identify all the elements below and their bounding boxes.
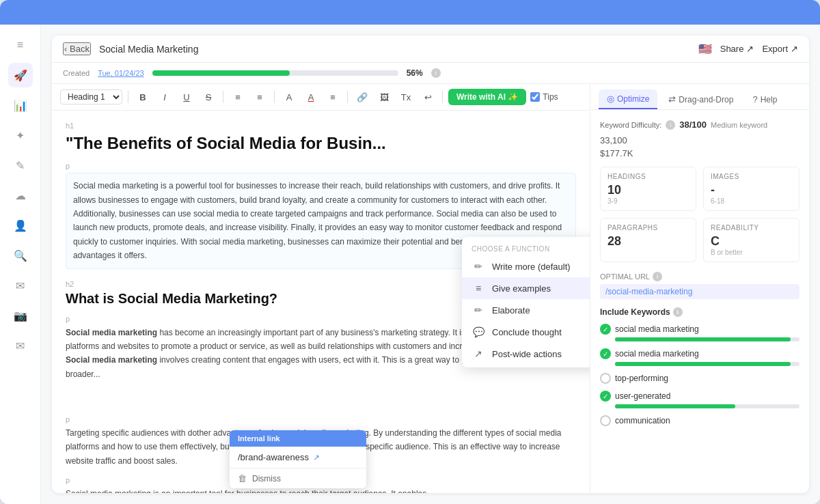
font-color-button[interactable]: A <box>280 88 298 106</box>
para2-bold: Social media marketing <box>66 328 157 337</box>
sidebar-icon-mail2[interactable]: ✉ <box>8 333 33 358</box>
sidebar-icon-image[interactable]: 📷 <box>8 303 33 328</box>
stat-headings-range: 3-9 <box>607 197 689 205</box>
toolbar-divider-3 <box>274 91 275 103</box>
right-panel: ◎ Optimize ⇄ Drag-and-Drop ? Help <box>590 84 809 493</box>
editor-card: ‹ Back Social Media Marketing 🇺🇸 Share ↗… <box>52 36 809 493</box>
ai-postwide[interactable]: ↗ Post-wide actions <box>462 343 590 365</box>
internal-link-url-text: /brand-awareness <box>238 452 309 462</box>
kw-check-2 <box>600 348 611 359</box>
italic-button[interactable]: I <box>156 88 174 106</box>
ai-dropdown-header: Choose a function <box>462 240 590 255</box>
conclude-icon: 💬 <box>472 326 485 337</box>
optimal-url-info-icon[interactable]: i <box>653 272 662 281</box>
ordered-list-button[interactable]: ≡ <box>229 88 247 106</box>
keyword-item-2: social media marketing <box>600 348 800 366</box>
unordered-list-button[interactable]: ≡ <box>251 88 269 106</box>
give-examples-label: Give examples <box>492 283 551 294</box>
sidebar-icon-cloud[interactable]: ☁ <box>8 183 33 208</box>
clear-format-button[interactable]: Tx <box>397 88 415 106</box>
back-button[interactable]: ‹ Back <box>63 42 91 55</box>
write-ai-button[interactable]: Write with AI ✨ <box>448 89 526 105</box>
document-heading[interactable]: "The Benefits of Social Media for Busin.… <box>66 132 576 154</box>
created-date[interactable]: Tue, 01/24/23 <box>98 69 144 77</box>
progress-bar <box>152 70 398 76</box>
stat-images-value: - <box>711 183 792 197</box>
sidebar-icon-edit[interactable]: ✎ <box>8 153 33 178</box>
progress-row: Created Tue, 01/24/23 56% i <box>52 63 809 84</box>
sidebar-icon-menu[interactable]: ≡ <box>8 33 33 57</box>
main-layout: ≡ 🚀 📊 ✦ ✎ ☁ 👤 🔍 ✉ 📷 ✉ ‹ Back Social M <box>0 25 820 504</box>
ai-function-dropdown: Choose a function ✏ Write more (default)… <box>462 237 590 367</box>
optimal-url-value: /social-media-marketing <box>600 284 800 299</box>
content-area: ‹ Back Social Media Marketing 🇺🇸 Share ↗… <box>41 25 820 504</box>
panel-content: Keyword Difficulty: i 38/100 Medium keyw… <box>590 110 809 493</box>
underline-button[interactable]: U <box>178 88 195 106</box>
kw-name-1: social media marketing <box>615 324 699 334</box>
kw-check-3 <box>600 373 611 384</box>
keyword-row-4: user-generated <box>600 391 800 402</box>
drag-drop-tab-icon: ⇄ <box>668 94 676 104</box>
dismiss-button[interactable]: 🗑 Dismiss <box>230 468 366 488</box>
sidebar-icon-user[interactable]: 👤 <box>8 213 33 238</box>
align-button[interactable]: ≡ <box>324 88 342 106</box>
export-label: Export <box>762 44 788 54</box>
sidebar-icon-chart[interactable]: 📊 <box>8 93 33 117</box>
stat-headings-value: 10 <box>607 183 689 197</box>
tab-help[interactable]: ? Help <box>744 90 785 109</box>
external-link-icon[interactable]: ↗ <box>313 453 320 462</box>
para3-text: Targeting specific audiences with d <box>66 428 192 438</box>
kw-bar-bg-4 <box>615 404 800 408</box>
stat-readability: READABILITY C B or better <box>703 218 800 262</box>
share-button[interactable]: Share ↗ <box>720 44 754 54</box>
kw-bar-fill-1 <box>615 337 791 341</box>
export-icon: ↗ <box>791 44 798 54</box>
strikethrough-button[interactable]: S <box>200 88 217 106</box>
tab-drag-and-drop[interactable]: ⇄ Drag-and-Drop <box>660 90 741 109</box>
toolbar: Heading 1 Heading 2 Paragraph B I U S ≡ <box>52 84 590 111</box>
sidebar-icon-rocket[interactable]: 🚀 <box>8 63 33 87</box>
ai-conclude[interactable]: 💬 Conclude thought <box>462 321 590 343</box>
kw-name-2: social media marketing <box>615 349 699 359</box>
kw-difficulty-row: Keyword Difficulty: i 38/100 Medium keyw… <box>600 120 800 130</box>
stat-headings-label: HEADINGS <box>607 173 689 180</box>
kw-check-1 <box>600 324 611 335</box>
stat-images: IMAGES - 6-18 <box>703 167 800 211</box>
font-bg-button[interactable]: A <box>302 88 320 106</box>
bold-button[interactable]: B <box>134 88 152 106</box>
toolbar-divider-5 <box>442 91 443 103</box>
include-kw-info-icon[interactable]: i <box>673 307 683 317</box>
sidebar-icon-search[interactable]: 🔍 <box>8 243 33 268</box>
kw-name-3: top-performing <box>615 374 668 383</box>
kw-bar-fill-2 <box>615 362 791 366</box>
keyword-row-5: communication <box>600 415 800 426</box>
kw-difficulty-info-icon[interactable]: i <box>666 120 675 130</box>
sidebar-icon-star[interactable]: ✦ <box>8 123 33 148</box>
kw-check-4 <box>600 391 611 402</box>
dismiss-label: Dismiss <box>252 474 281 484</box>
heading-select[interactable]: Heading 1 Heading 2 Paragraph <box>60 89 122 104</box>
h1-tag-label: h1 <box>66 122 576 130</box>
image-button[interactable]: 🖼 <box>375 88 393 106</box>
toolbar-divider-2 <box>223 91 223 103</box>
ai-write-more[interactable]: ✏ Write more (default) <box>462 255 590 277</box>
ai-elaborate[interactable]: ✏ Elaborate <box>462 299 590 321</box>
ai-give-examples[interactable]: ≡ Give examples <box>462 277 590 299</box>
tips-checkbox[interactable] <box>530 92 540 102</box>
export-button[interactable]: Export ↗ <box>762 44 798 54</box>
app-container: ≡ 🚀 📊 ✦ ✎ ☁ 👤 🔍 ✉ 📷 ✉ ‹ Back Social M <box>0 0 820 504</box>
internal-link-header: Internal link <box>230 430 366 447</box>
p3-tag-label: p <box>66 415 576 423</box>
stat-readability-range: B or better <box>711 249 792 256</box>
keyword-row-2: social media marketing <box>600 348 800 359</box>
link-button[interactable]: 🔗 <box>353 88 371 106</box>
progress-info-icon[interactable]: i <box>431 68 441 78</box>
undo-button[interactable]: ↩ <box>419 88 437 106</box>
editor-content[interactable]: h1 "The Benefits of Social Media for Bus… <box>52 111 590 493</box>
internal-link-url-row[interactable]: /brand-awareness ↗ <box>230 447 366 468</box>
sidebar-icon-mail[interactable]: ✉ <box>8 273 33 298</box>
kw-check-5 <box>600 415 611 426</box>
tab-optimize[interactable]: ◎ Optimize <box>599 89 657 109</box>
keyword-row-3: top-performing <box>600 373 800 384</box>
stat-readability-label: READABILITY <box>711 224 792 232</box>
